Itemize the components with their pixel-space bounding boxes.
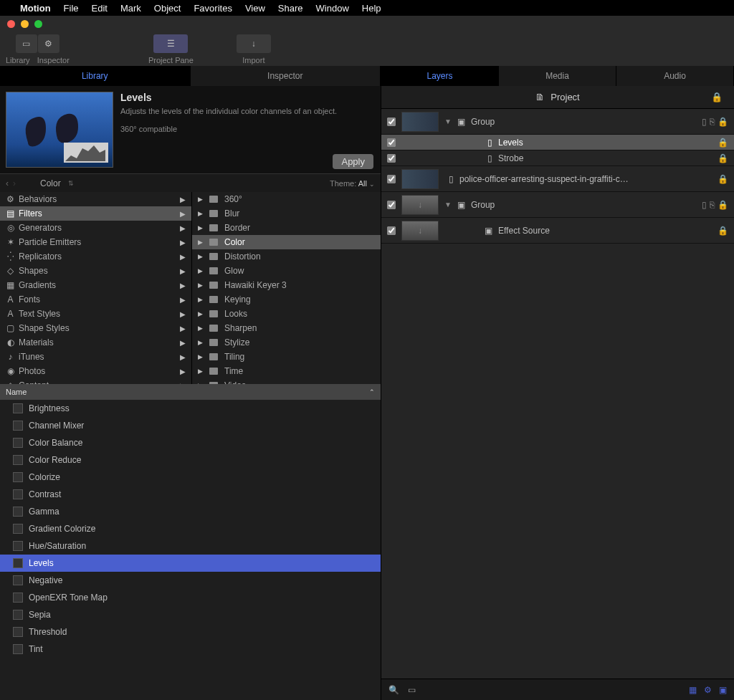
layer-name[interactable]: Strobe — [498, 153, 712, 163]
category-content[interactable]: ◈Content▶ — [0, 378, 191, 384]
lock-icon[interactable]: 🔒 — [718, 138, 728, 148]
tab-inspector[interactable]: Inspector — [191, 66, 381, 86]
search-icon[interactable]: 🔍 — [389, 685, 399, 695]
category-gradients[interactable]: ▦Gradients▶ — [0, 278, 191, 292]
stack-icon[interactable]: ▯ — [702, 200, 707, 210]
theme-dropdown-icon[interactable]: ⌄ — [369, 181, 375, 188]
result-brightness[interactable]: Brightness — [0, 400, 381, 417]
layer-row[interactable]: ↓ ▼ ▣ Group ▯⎘🔒 — [381, 192, 734, 218]
tab-layers[interactable]: Layers — [381, 66, 499, 86]
category-fonts[interactable]: AFonts▶ — [0, 292, 191, 307]
subcategory-glow[interactable]: ▶Glow — [192, 264, 381, 278]
result-colorize[interactable]: Colorize — [0, 469, 381, 486]
menu-edit[interactable]: Edit — [92, 3, 108, 14]
disclosure-toggle[interactable]: ▼ — [444, 201, 452, 208]
results-header[interactable]: Name ⌃ — [0, 384, 381, 400]
theme-value[interactable]: All — [358, 179, 367, 188]
result-sepia[interactable]: Sepia — [0, 606, 381, 623]
stack-icon[interactable]: ▯ — [702, 117, 707, 127]
category-materials[interactable]: ◐Materials▶ — [0, 335, 191, 350]
subcategory-time[interactable]: ▶Time — [192, 364, 381, 378]
menu-view[interactable]: View — [245, 3, 265, 14]
category-replicators[interactable]: ⁛Replicators▶ — [0, 249, 191, 264]
library-toggle-button[interactable]: ▭ — [16, 34, 37, 53]
result-negative[interactable]: Negative — [0, 572, 381, 589]
project-pane-button[interactable]: ☰ — [153, 34, 188, 53]
nav-back-button[interactable]: ‹ — [6, 178, 9, 188]
category-text-styles[interactable]: AText Styles▶ — [0, 307, 191, 321]
layer-row[interactable]: ▯ Strobe 🔒 — [381, 150, 734, 166]
layer-name[interactable]: Group — [471, 200, 696, 210]
layer-name[interactable]: police-officer-arresting-suspect-in-graf… — [459, 174, 712, 184]
subcategory-sharpen[interactable]: ▶Sharpen — [192, 321, 381, 335]
maximize-window-button[interactable] — [34, 20, 42, 28]
minimize-window-button[interactable] — [21, 20, 29, 28]
result-gradient-colorize[interactable]: Gradient Colorize — [0, 520, 381, 537]
category-itunes[interactable]: ♪iTunes▶ — [0, 350, 191, 364]
close-window-button[interactable] — [7, 20, 15, 28]
subcategory-tiling[interactable]: ▶Tiling — [192, 350, 381, 364]
category-filters[interactable]: ▤Filters▶ — [0, 206, 191, 221]
menu-share[interactable]: Share — [278, 3, 303, 14]
tab-media[interactable]: Media — [499, 66, 616, 86]
path-dropdown-icon[interactable]: ⇅ — [68, 180, 74, 187]
subcategory-stylize[interactable]: ▶Stylize — [192, 335, 381, 350]
layer-name[interactable]: Levels — [498, 138, 712, 148]
apply-button[interactable]: Apply — [333, 154, 373, 169]
category-behaviors[interactable]: ⚙Behaviors▶ — [0, 192, 191, 206]
nav-forward-button[interactable]: › — [13, 178, 16, 188]
result-openexr-tone-map[interactable]: OpenEXR Tone Map — [0, 589, 381, 606]
layer-name[interactable]: Group — [471, 117, 696, 127]
layer-row[interactable]: ▯ Levels 🔒 — [381, 135, 734, 150]
subcategory-video[interactable]: ▶Video — [192, 378, 381, 384]
result-channel-mixer[interactable]: Channel Mixer — [0, 417, 381, 434]
layer-visibility-checkbox[interactable] — [387, 154, 396, 163]
tab-audio[interactable]: Audio — [616, 66, 734, 86]
subcategory-360-[interactable]: ▶360° — [192, 192, 381, 206]
result-threshold[interactable]: Threshold — [0, 623, 381, 641]
lock-icon[interactable]: 🔒 — [718, 200, 728, 210]
layer-visibility-checkbox[interactable] — [387, 138, 396, 147]
subcategory-distortion[interactable]: ▶Distortion — [192, 249, 381, 264]
layer-visibility-checkbox[interactable] — [387, 201, 396, 209]
subcategory-color[interactable]: ▶Color — [192, 235, 381, 249]
layer-row[interactable]: ▯ police-officer-arresting-suspect-in-gr… — [381, 166, 734, 192]
lock-icon[interactable]: 🔒 — [718, 174, 728, 184]
result-tint[interactable]: Tint — [0, 641, 381, 658]
result-contrast[interactable]: Contrast — [0, 486, 381, 503]
gear-icon[interactable]: ⚙ — [704, 685, 712, 695]
path-label[interactable]: Color — [40, 178, 61, 188]
project-row[interactable]: 🗎 Project 🔒 — [381, 86, 734, 109]
subcategory-blur[interactable]: ▶Blur — [192, 206, 381, 221]
result-hue-saturation[interactable]: Hue/Saturation — [0, 537, 381, 555]
app-menu[interactable]: Motion — [20, 3, 51, 14]
category-shapes[interactable]: ◇Shapes▶ — [0, 264, 191, 278]
category-particle-emitters[interactable]: ✶Particle Emitters▶ — [0, 235, 191, 249]
category-generators[interactable]: ◎Generators▶ — [0, 221, 191, 235]
lock-icon[interactable]: 🔒 — [718, 226, 728, 236]
category-shape-styles[interactable]: ▢Shape Styles▶ — [0, 321, 191, 335]
layer-name[interactable]: Effect Source — [498, 226, 712, 236]
layer-row[interactable]: ▼ ▣ Group ▯⎘🔒 — [381, 109, 734, 135]
result-color-balance[interactable]: Color Balance — [0, 434, 381, 451]
layer-visibility-checkbox[interactable] — [387, 118, 396, 126]
result-gamma[interactable]: Gamma — [0, 503, 381, 520]
layer-visibility-checkbox[interactable] — [387, 226, 396, 235]
menu-mark[interactable]: Mark — [120, 3, 141, 14]
fit-icon[interactable]: ▭ — [408, 685, 416, 695]
layer-visibility-checkbox[interactable] — [387, 175, 396, 183]
menu-window[interactable]: Window — [316, 3, 349, 14]
lock-icon[interactable]: 🔒 — [718, 117, 728, 127]
menu-help[interactable]: Help — [362, 3, 381, 14]
sort-icon[interactable]: ⌃ — [369, 388, 375, 395]
subcategory-looks[interactable]: ▶Looks — [192, 307, 381, 321]
subcategory-border[interactable]: ▶Border — [192, 221, 381, 235]
menu-object[interactable]: Object — [154, 3, 181, 14]
lock-icon[interactable]: 🔒 — [718, 153, 728, 163]
import-button[interactable]: ↓ — [237, 34, 271, 53]
layer-row[interactable]: ↓ ▣ Effect Source 🔒 — [381, 218, 734, 244]
result-levels[interactable]: Levels — [0, 555, 381, 572]
link-icon[interactable]: ⎘ — [710, 117, 715, 127]
disclosure-toggle[interactable]: ▼ — [444, 118, 452, 125]
result-color-reduce[interactable]: Color Reduce — [0, 451, 381, 469]
